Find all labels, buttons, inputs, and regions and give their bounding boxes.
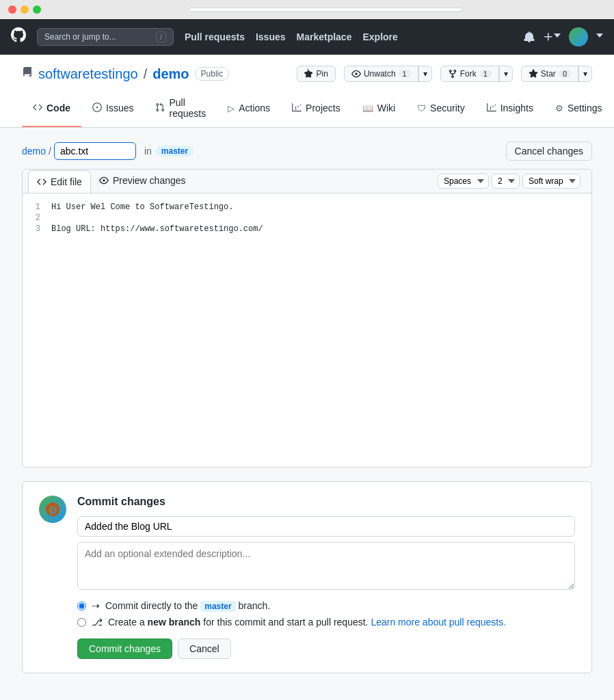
- repo-visibility-badge: Public: [195, 67, 230, 81]
- create-new-button[interactable]: [543, 31, 561, 42]
- tab-settings[interactable]: ⚙ Settings: [544, 90, 613, 127]
- top-nav: Search or jump to... / Pull requests Iss…: [0, 19, 614, 55]
- fork-dropdown[interactable]: ▾: [499, 66, 513, 82]
- code-icon: [33, 103, 42, 114]
- commit-option-branch[interactable]: ⎇ Create a new branch for this commit an…: [77, 617, 575, 628]
- editor-toolbar-right: Spaces 2 Soft wrap: [432, 171, 586, 191]
- edit-file-tab[interactable]: Edit file: [28, 170, 91, 193]
- commit-description-input[interactable]: [77, 542, 575, 590]
- filename-input[interactable]: [54, 142, 136, 160]
- repo-icon: [22, 67, 33, 81]
- security-icon: 🛡: [417, 103, 426, 113]
- breadcrumb: demo / in master: [22, 142, 193, 160]
- commit-option-direct[interactable]: ⇢ Commit directly to the master branch.: [77, 600, 575, 611]
- nav-link-issues[interactable]: Issues: [256, 31, 286, 42]
- branch-badge: master: [156, 146, 193, 157]
- tab-wiki[interactable]: 📖 Wiki: [351, 90, 406, 127]
- commit-branch-badge: master: [200, 601, 235, 612]
- commit-cancel-button[interactable]: Cancel: [178, 638, 231, 659]
- editor-line-3: 3 Blog URL: https://www.softwaretestingo…: [23, 224, 591, 234]
- commit-section: Commit changes ⇢ Commit directly to the …: [22, 481, 592, 673]
- commit-branch-radio[interactable]: [77, 618, 86, 627]
- avatar-dropdown[interactable]: [596, 33, 603, 40]
- main-content: demo / in master Cancel changes Edit fil…: [0, 128, 614, 687]
- repo-owner-link[interactable]: softwaretestingo: [38, 66, 138, 82]
- breadcrumb-separator: /: [49, 146, 51, 157]
- nav-link-explore[interactable]: Explore: [362, 31, 397, 42]
- commit-avatar: [39, 496, 66, 523]
- nav-link-marketplace[interactable]: Marketplace: [297, 31, 352, 42]
- commit-options: ⇢ Commit directly to the master branch. …: [77, 600, 575, 628]
- pr-icon: [155, 103, 165, 114]
- commit-summary-input[interactable]: [77, 516, 575, 537]
- tab-insights[interactable]: Insights: [476, 90, 544, 127]
- repo-separator: /: [144, 66, 148, 82]
- commit-section-title: Commit changes: [77, 496, 575, 508]
- indent-type-select[interactable]: Spaces: [438, 174, 489, 189]
- commit-form: Commit changes ⇢ Commit directly to the …: [77, 496, 575, 659]
- projects-icon: [292, 103, 302, 114]
- search-box[interactable]: Search or jump to... /: [37, 28, 174, 46]
- watch-button[interactable]: Unwatch 1: [344, 66, 418, 82]
- repo-header: softwaretestingo / demo Public Pin Unwat…: [0, 55, 614, 128]
- watch-dropdown[interactable]: ▾: [418, 66, 432, 82]
- wiki-icon: 📖: [362, 103, 373, 113]
- search-shortcut: /: [156, 31, 166, 42]
- commit-direct-radio[interactable]: [77, 602, 86, 610]
- editor-container: Edit file Preview changes Spaces 2 Soft …: [22, 169, 592, 468]
- file-bar: demo / in master Cancel changes: [22, 142, 592, 161]
- editor-line-1: 1 Hi User Wel Come to SoftwareTestingo.: [23, 202, 591, 213]
- commit-branch-option-icon: ⎇: [92, 617, 103, 628]
- insights-icon: [487, 103, 496, 114]
- repo-actions: Pin Unwatch 1 ▾ Fork 1 ▾: [297, 66, 592, 82]
- tab-projects[interactable]: Projects: [281, 90, 351, 127]
- repo-name-link[interactable]: demo: [152, 66, 189, 82]
- actions-icon: ▷: [228, 103, 235, 113]
- learn-more-link[interactable]: Learn more about pull requests.: [371, 617, 506, 628]
- editor-content[interactable]: 1 Hi User Wel Come to SoftwareTestingo. …: [23, 193, 591, 467]
- fork-button[interactable]: Fork 1: [440, 66, 499, 82]
- editor-line-2: 2: [23, 213, 591, 224]
- tab-security[interactable]: 🛡 Security: [406, 90, 476, 127]
- editor-tabs: Edit file Preview changes Spaces 2 Soft …: [23, 170, 591, 193]
- wrap-select[interactable]: Soft wrap: [522, 174, 580, 189]
- settings-icon: ⚙: [555, 103, 563, 113]
- github-logo-icon[interactable]: [11, 27, 26, 46]
- star-button[interactable]: Star 0: [521, 66, 578, 82]
- pin-button[interactable]: Pin: [297, 66, 336, 82]
- svg-point-0: [42, 498, 64, 520]
- tab-pull-requests[interactable]: Pull requests: [144, 90, 217, 127]
- tab-issues[interactable]: Issues: [81, 90, 144, 127]
- top-nav-right: [524, 27, 603, 46]
- repo-tabs: Code Issues Pull requests ▷ Actions Proj…: [22, 90, 592, 127]
- fork-count: 1: [479, 70, 492, 78]
- star-dropdown[interactable]: ▾: [578, 66, 592, 82]
- search-placeholder: Search or jump to...: [44, 32, 116, 42]
- indent-size-select[interactable]: 2: [492, 174, 520, 189]
- star-count: 0: [559, 70, 571, 78]
- tab-code[interactable]: Code: [22, 90, 81, 127]
- user-avatar[interactable]: [569, 27, 588, 46]
- commit-changes-button[interactable]: Commit changes: [77, 638, 172, 659]
- preview-changes-tab[interactable]: Preview changes: [91, 170, 194, 193]
- url-bar[interactable]: [189, 8, 462, 12]
- branch-label: in master: [144, 146, 193, 157]
- issues-icon: [92, 103, 102, 114]
- commit-actions: Commit changes Cancel: [77, 638, 575, 659]
- cancel-changes-button[interactable]: Cancel changes: [506, 142, 592, 161]
- breadcrumb-repo-link[interactable]: demo: [22, 146, 46, 157]
- watch-count: 1: [399, 70, 411, 78]
- tab-actions[interactable]: ▷ Actions: [217, 90, 281, 127]
- top-nav-links: Pull requests Issues Marketplace Explore: [185, 31, 398, 42]
- notifications-button[interactable]: [524, 31, 535, 42]
- commit-option-icon: ⇢: [92, 600, 100, 611]
- nav-link-pull-requests[interactable]: Pull requests: [185, 31, 245, 42]
